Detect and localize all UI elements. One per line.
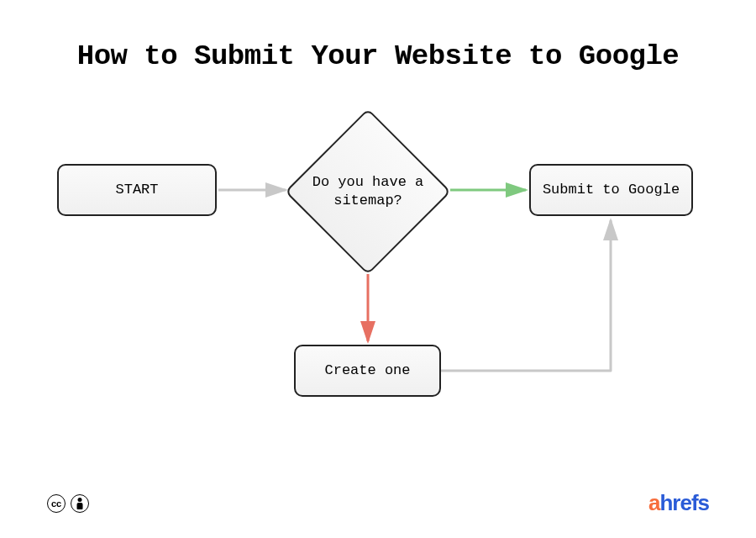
flowchart: START Do you have a sitemap? Submit to G…	[0, 101, 756, 420]
node-start-label: START	[115, 181, 158, 198]
node-decision: Do you have a sitemap?	[286, 109, 450, 274]
node-create: Create one	[294, 345, 441, 397]
node-create-label: Create one	[324, 361, 410, 379]
cc-icon: cc	[47, 494, 66, 513]
brand-logo: ahrefs	[648, 490, 709, 516]
node-decision-label: Do you have a sitemap?	[286, 109, 450, 274]
by-icon	[71, 494, 89, 513]
license-icons: cc	[47, 494, 89, 513]
footer: cc ahrefs	[47, 490, 709, 516]
node-submit-label: Submit to Google	[543, 181, 680, 198]
brand-prefix: a	[648, 490, 659, 515]
edge-create-to-submit	[441, 220, 611, 371]
node-start: START	[57, 164, 217, 216]
page-title: How to Submit Your Website to Google	[0, 40, 756, 72]
node-submit: Submit to Google	[529, 164, 693, 216]
brand-rest: hrefs	[659, 490, 709, 515]
